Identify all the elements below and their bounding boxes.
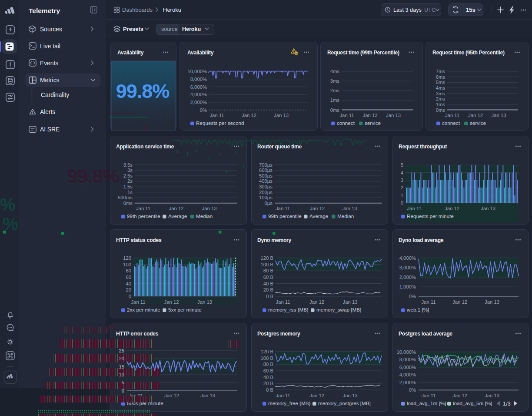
svg-text:99th percentile: 99th percentile [268,213,302,219]
svg-text:120 B: 120 B [260,255,273,261]
svg-text:40 B: 40 B [263,281,273,286]
svg-text:8,000%: 8,000% [399,357,416,362]
svg-text:80: 80 [126,268,131,273]
svg-text:0: 0 [122,388,124,393]
svg-text:100 B: 100 B [260,356,273,361]
svg-text:0ms: 0ms [436,107,446,113]
svg-text:HTTP error codes: HTTP error codes [116,331,159,337]
svg-text:Jan 13: Jan 13 [485,393,499,398]
svg-text:Postgres memory: Postgres memory [257,331,300,337]
svg-text:4ms: 4ms [436,85,446,91]
svg-text:3.5s: 3.5s [123,162,133,168]
svg-text:Jan 13: Jan 13 [492,113,506,118]
svg-text:Request throughput: Request throughput [399,144,447,150]
svg-text:5: 5 [401,162,403,168]
svg-text:10,000%: 10,000% [396,349,416,355]
svg-text:2xx per minute: 2xx per minute [127,307,160,312]
svg-text:Postgres load average: Postgres load average [399,331,452,337]
svg-text:200µs: 200µs [259,190,273,195]
svg-text:Average: Average [309,213,328,219]
svg-text:99.8%: 99.8% [67,166,119,187]
svg-text:0%: 0% [409,294,416,299]
svg-text:99.8%: 99.8% [116,80,170,102]
svg-text:2ms: 2ms [436,96,446,101]
svg-text:web.1 [%]: web.1 [%] [406,307,429,312]
svg-text:0ms: 0ms [123,201,133,206]
svg-text:8,000%: 8,000% [190,77,207,82]
svg-text:Jan 12: Jan 12 [169,206,184,211]
svg-text:memory_free {MB}: memory_free {MB} [268,400,311,406]
svg-text:60: 60 [126,275,131,280]
svg-text:2: 2 [401,185,403,190]
svg-text:100µs: 100µs [259,195,273,200]
svg-text:HTTP status codes: HTTP status codes [116,237,162,243]
svg-text:Jan 13: Jan 13 [343,393,358,398]
svg-text:2.5s: 2.5s [123,173,133,178]
svg-text:Presets: Presets [123,26,143,32]
svg-text:memory_rss {MB}: memory_rss {MB} [268,307,309,312]
svg-text:source: source [161,26,178,32]
svg-text:2,000%: 2,000% [399,275,416,280]
svg-text:10: 10 [295,52,297,55]
svg-text:1: 1 [401,193,403,198]
svg-text:3ms: 3ms [330,78,340,84]
svg-text:Jan 13: Jan 13 [197,299,212,305]
svg-text:2ms: 2ms [330,88,340,93]
svg-text:Jan 12: Jan 12 [309,393,324,398]
svg-text:5: 5 [122,380,124,385]
svg-text:Jan 13: Jan 13 [274,113,289,118]
svg-text:Jan 11: Jan 11 [276,206,290,211]
svg-text:2,000%: 2,000% [399,380,416,385]
svg-text:40 B: 40 B [263,375,273,380]
svg-text:Jan 13: Jan 13 [386,113,401,118]
svg-text:Jan 11: Jan 11 [339,113,354,118]
svg-text:10: 10 [119,372,124,377]
svg-text:4ms: 4ms [330,69,340,74]
svg-text:Dyno load average: Dyno load average [399,237,444,243]
svg-text:20: 20 [126,287,131,292]
svg-text:UTC: UTC [424,7,436,13]
svg-text:Jan 11: Jan 11 [276,393,290,398]
svg-text:connect: connect [337,120,355,126]
svg-text:Heroku: Heroku [182,26,201,32]
svg-text:Jan 13: Jan 13 [481,206,495,211]
svg-text:0ms: 0ms [330,107,340,113]
svg-text:1ms: 1ms [330,97,340,103]
svg-text:Jan 12: Jan 12 [452,299,467,305]
svg-text:0: 0 [401,200,403,205]
svg-text:Request time (95th Percentile): Request time (95th Percentile) [432,50,505,56]
svg-text:15: 15 [119,364,124,369]
svg-text:Jan 13: Jan 13 [342,206,357,211]
svg-text:Request time (99th Percentile): Request time (99th Percentile) [327,50,399,56]
svg-text:Cardinality: Cardinality [41,92,69,98]
svg-text:20: 20 [119,356,124,361]
svg-text:Application service time: Application service time [116,144,174,150]
svg-text:1,000%: 1,000% [399,284,416,289]
svg-text:15s: 15s [466,7,475,13]
svg-text:3: 3 [401,178,403,183]
svg-text:3,000%: 3,000% [399,265,416,270]
svg-text:Dyno memory: Dyno memory [257,237,291,243]
svg-text:Metrics: Metrics [40,77,60,84]
svg-text:500µs: 500µs [259,173,273,178]
svg-text:memory_postgres [MB]: memory_postgres [MB] [318,400,371,406]
svg-text:connect: connect [442,120,460,126]
svg-text:Jan 11: Jan 11 [407,206,421,211]
svg-text:Availability: Availability [187,50,214,56]
svg-text:0µs: 0µs [265,201,273,206]
svg-text:memory_swap [MB]: memory_swap [MB] [316,307,361,312]
svg-text:Jan 12: Jan 12 [164,393,179,398]
svg-text:Jan 12: Jan 12 [242,113,256,118]
svg-text:Jan 12: Jan 12 [445,206,459,211]
svg-text:Jan 11: Jan 11 [209,113,224,118]
svg-text:100: 100 [123,262,131,267]
svg-text:Jan 11: Jan 11 [136,206,150,211]
svg-text:Jan 11: Jan 11 [131,299,145,305]
svg-text:300µs: 300µs [259,184,273,189]
svg-text:1s: 1s [127,190,133,195]
svg-text:Jan 11: Jan 11 [421,393,436,398]
svg-text:25: 25 [119,348,124,353]
svg-text:400µs: 400µs [259,178,273,184]
svg-text:100 B: 100 B [260,262,273,267]
svg-text:Router queue time: Router queue time [257,144,302,150]
